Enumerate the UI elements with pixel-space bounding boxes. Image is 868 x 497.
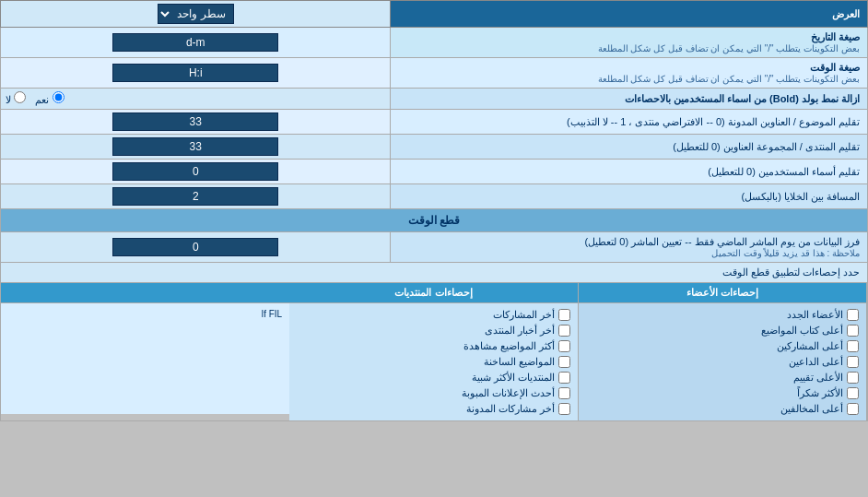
users-trim-input[interactable] bbox=[112, 162, 278, 181]
list-item: أحدث الإعلانات المبوبة bbox=[297, 385, 570, 401]
list-item: المواضيع الساخنة bbox=[297, 354, 570, 370]
col1-items: الأعضاء الجدد أعلى كتاب المواضيع أعلى ال… bbox=[579, 303, 866, 420]
date-format-cell bbox=[1, 28, 391, 58]
display-mode-cell: سطر واحدسطرينثلاثة أسطر bbox=[1, 1, 391, 28]
date-format-input[interactable] bbox=[112, 33, 278, 52]
time-format-label: صيغة الوقت بعض التكوينات يتطلب "/" التي … bbox=[391, 58, 868, 89]
checkboxes-section: إحصاءات الأعضاء الأعضاء الجدد أعلى كتاب … bbox=[1, 283, 868, 421]
cell-spacing-cell bbox=[1, 184, 391, 209]
time-format-cell bbox=[1, 58, 391, 89]
users-trim-cell bbox=[1, 160, 391, 184]
users-trim-label: تقليم أسماء المستخدمين (0 للتعطيل) bbox=[391, 160, 868, 184]
col3-header bbox=[1, 283, 289, 303]
checkbox-col-empty: If FIL bbox=[1, 283, 289, 420]
forum-trim-input[interactable] bbox=[112, 137, 278, 156]
list-item: أعلى المخالفين bbox=[586, 401, 859, 417]
list-item: المنتديات الأكثر شبية bbox=[297, 370, 570, 385]
time-format-input[interactable] bbox=[112, 64, 278, 82]
list-item: أعلى الداعين bbox=[586, 354, 859, 370]
list-item: الأكثر شكراً bbox=[586, 385, 859, 401]
list-item: أخر المشاركات bbox=[297, 307, 570, 323]
remove-bold-label: ازالة نمط بولد (Bold) من اسماء المستخدمي… bbox=[391, 89, 868, 110]
checkbox-most-active-forums[interactable] bbox=[558, 372, 570, 384]
radio-no-label: لا bbox=[6, 91, 26, 106]
checkbox-hot-topics[interactable] bbox=[558, 356, 570, 368]
topic-trim-input[interactable] bbox=[112, 112, 278, 131]
time-section-header: قطع الوقت bbox=[1, 209, 868, 232]
checkbox-latest-posts[interactable] bbox=[558, 309, 570, 321]
checkbox-top-rated[interactable] bbox=[847, 372, 859, 384]
remove-bold-cell: نعم لا bbox=[1, 89, 391, 110]
time-filter-label: فرز البيانات من يوم الماشر الماضي فقط --… bbox=[391, 232, 868, 263]
time-filter-cell bbox=[1, 232, 391, 263]
checkbox-limit-label: حدد إحصاءات لتطبيق قطع الوقت bbox=[1, 263, 868, 283]
forum-trim-label: تقليم المنتدى / المجموعة العناوين (0 للت… bbox=[391, 135, 868, 160]
display-mode-select[interactable]: سطر واحدسطرينثلاثة أسطر bbox=[158, 4, 234, 24]
list-item: أعلى كتاب المواضيع bbox=[586, 323, 859, 338]
forum-trim-cell bbox=[1, 135, 391, 160]
radio-yes-label: نعم bbox=[35, 91, 64, 106]
checkbox-top-inviters[interactable] bbox=[847, 356, 859, 368]
if-fil-text: If FIL bbox=[8, 307, 282, 321]
list-item: الأعضاء الجدد bbox=[586, 307, 859, 323]
checkbox-most-thanked[interactable] bbox=[847, 387, 859, 399]
checkbox-top-violators[interactable] bbox=[847, 403, 859, 415]
cell-spacing-input[interactable] bbox=[112, 187, 278, 206]
col3-items: If FIL bbox=[1, 303, 289, 414]
date-format-label: صيغة التاريخ بعض التكوينات يتطلب "/" الت… bbox=[391, 28, 868, 58]
list-item: أخر أخبار المنتدى bbox=[297, 323, 570, 338]
checkbox-most-viewed[interactable] bbox=[558, 340, 570, 352]
topic-trim-cell bbox=[1, 110, 391, 135]
page-title: العرض bbox=[391, 1, 868, 28]
radio-no[interactable] bbox=[14, 91, 26, 103]
radio-yes[interactable] bbox=[53, 91, 65, 103]
checkbox-col-forums: إحصاءات المنتديات أخر المشاركات أخر أخبا… bbox=[289, 283, 578, 420]
list-item: أخر مشاركات المدونة bbox=[297, 401, 570, 417]
checkbox-top-participants[interactable] bbox=[847, 340, 859, 352]
time-filter-input[interactable] bbox=[112, 238, 278, 256]
cell-spacing-label: المسافة بين الخلايا (بالبكسل) bbox=[391, 184, 868, 209]
list-item: أعلى المشاركين bbox=[586, 338, 859, 354]
checkbox-latest-classified-ads[interactable] bbox=[558, 387, 570, 399]
checkbox-latest-news[interactable] bbox=[558, 325, 570, 337]
list-item: الأعلى تقييم bbox=[586, 370, 859, 385]
col2-items: أخر المشاركات أخر أخبار المنتدى أكثر الم… bbox=[289, 303, 578, 420]
checkbox-new-members[interactable] bbox=[847, 309, 859, 321]
col2-header: إحصاءات المنتديات bbox=[289, 283, 578, 303]
checkbox-top-topic-writers[interactable] bbox=[847, 325, 859, 337]
topic-trim-label: تقليم الموضوع / العناوين المدونة (0 -- ا… bbox=[391, 110, 868, 135]
col1-header: إحصاءات الأعضاء bbox=[579, 283, 866, 303]
remove-bold-radio-group: نعم لا bbox=[6, 91, 371, 106]
checkbox-latest-blog-posts[interactable] bbox=[558, 403, 570, 415]
checkbox-col-members: إحصاءات الأعضاء الأعضاء الجدد أعلى كتاب … bbox=[578, 283, 866, 420]
list-item: أكثر المواضيع مشاهدة bbox=[297, 338, 570, 354]
